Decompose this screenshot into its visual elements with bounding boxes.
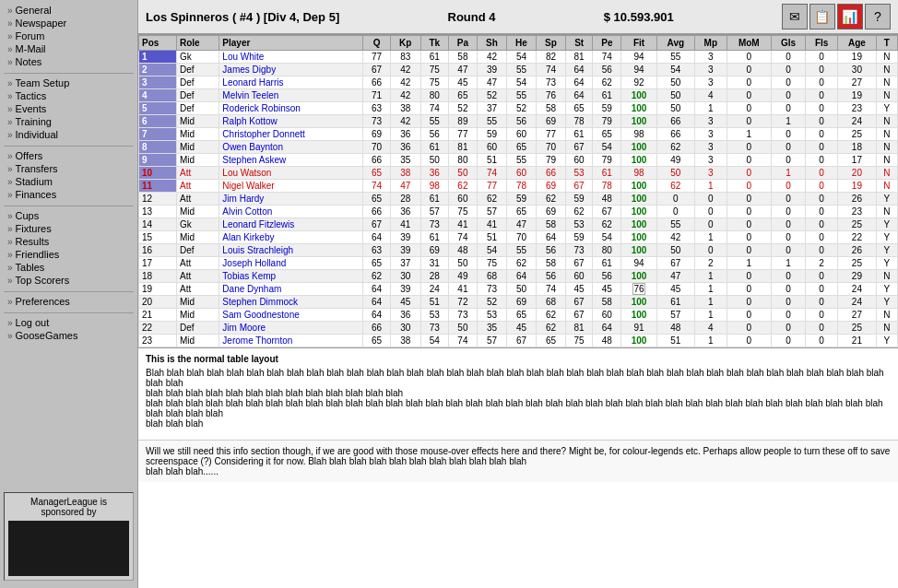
cell-player[interactable]: Stephen Askew [219, 154, 363, 167]
cell-player[interactable]: Tobias Kemp [219, 270, 363, 283]
cell-pos: 12 [139, 193, 177, 206]
sidebar-item-team-setup[interactable]: »Team Setup [0, 76, 137, 89]
cell-t: N [876, 206, 897, 218]
arrow-icon: » [7, 164, 13, 174]
sidebar-item-notes[interactable]: »Notes [0, 55, 137, 68]
cell-player[interactable]: Stephen Dimmock [219, 296, 363, 309]
cell-player[interactable]: Jerome Thornton [219, 335, 363, 347]
cell-gls: 0 [771, 76, 805, 89]
cell-pe: 61 [593, 257, 621, 270]
help-icon-button[interactable]: ? [865, 4, 891, 29]
sidebar-section-5: »Preferences [0, 295, 137, 308]
table-row: 3 Def Leonard Harris 66 42 75 45 47 54 7… [139, 76, 898, 89]
cell-player[interactable]: Leonard Fitzlewis [219, 218, 363, 231]
cell-player[interactable]: Dane Dynham [219, 283, 363, 296]
sidebar-item-cups[interactable]: »Cups [0, 209, 137, 222]
cell-he: 69 [506, 296, 536, 309]
cell-avg: 50 [656, 244, 694, 257]
sidebar-item-individual[interactable]: »Individual [0, 128, 137, 141]
cell-pa: 48 [448, 244, 477, 257]
clipboard-icon-button[interactable]: 📋 [809, 4, 835, 29]
cell-fls: 0 [806, 141, 838, 154]
sidebar-item-general[interactable]: »General [0, 4, 137, 17]
cell-player[interactable]: Roderick Robinson [219, 102, 363, 115]
main-content: Los Spinneros ( #4 ) [Div 4, Dep 5] Roun… [138, 0, 898, 588]
cell-mp: 1 [695, 335, 727, 347]
cell-player[interactable]: Ralph Kottow [219, 115, 363, 128]
cell-mp: 4 [695, 89, 727, 102]
cell-mom: 0 [727, 141, 771, 154]
cell-fls: 0 [806, 115, 838, 128]
notes-text1: This is the normal table layout [146, 354, 891, 364]
cell-age: 18 [837, 141, 876, 154]
cell-role: Att [176, 193, 219, 206]
sidebar-item-results[interactable]: »Results [0, 235, 137, 248]
cell-pe: 61 [593, 167, 621, 180]
col-gls: Gls [771, 36, 805, 51]
col-sh: Sh [477, 36, 506, 51]
sidebar-item-finances[interactable]: »Finances [0, 188, 137, 201]
sidebar-item-forum[interactable]: »Forum [0, 29, 137, 42]
cell-player[interactable]: Jim Moore [219, 322, 363, 335]
sidebar-item-tactics[interactable]: »Tactics [0, 89, 137, 102]
arrow-icon: » [7, 57, 13, 67]
cell-player[interactable]: Nigel Walker [219, 180, 363, 193]
sidebar-item-training[interactable]: »Training [0, 115, 137, 128]
chart-icon-button[interactable]: 📊 [837, 4, 863, 29]
cell-player[interactable]: Alan Kirkeby [219, 231, 363, 244]
cell-player[interactable]: Lou White [219, 51, 363, 64]
cell-pa: 60 [448, 193, 477, 206]
cell-fit: 100 [621, 206, 656, 218]
cell-player[interactable]: Lou Watson [219, 167, 363, 180]
cell-tk: 61 [420, 141, 448, 154]
cell-sp: 79 [536, 154, 565, 167]
cell-player[interactable]: Alvin Cotton [219, 206, 363, 218]
cell-kp: 39 [390, 244, 420, 257]
cell-kp: 38 [390, 102, 420, 115]
cell-pos: 16 [139, 244, 177, 257]
cell-gls: 1 [771, 167, 805, 180]
cell-kp: 28 [390, 193, 420, 206]
cell-player[interactable]: Christopher Donnett [219, 128, 363, 141]
cell-avg: 42 [656, 231, 694, 244]
sidebar-item-fixtures[interactable]: »Fixtures [0, 222, 137, 235]
sidebar-item-offers[interactable]: »Offers [0, 149, 137, 162]
cell-q: 63 [363, 244, 390, 257]
cell-tk: 50 [420, 154, 448, 167]
cell-player[interactable]: Sam Goodnestone [219, 309, 363, 322]
sidebar-item-goosegames[interactable]: »GooseGames [0, 329, 137, 342]
sidebar-item-friendlies[interactable]: »Friendlies [0, 248, 137, 261]
sidebar-item-stadium[interactable]: »Stadium [0, 175, 137, 188]
sidebar-divider [4, 312, 134, 313]
sidebar-item-logout[interactable]: »Log out [0, 316, 137, 329]
cell-pe: 67 [593, 206, 621, 218]
cell-q: 69 [363, 128, 390, 141]
sidebar-item-preferences[interactable]: »Preferences [0, 295, 137, 308]
cell-player[interactable]: James Digby [219, 64, 363, 76]
cell-pos: 18 [139, 270, 177, 283]
sidebar-section-6: »Log out »GooseGames [0, 316, 137, 342]
cell-pa: 50 [448, 322, 477, 335]
cell-role: Def [176, 244, 219, 257]
sidebar-item-mmail[interactable]: »M-Mail [0, 42, 137, 55]
cell-player[interactable]: Melvin Teelen [219, 89, 363, 102]
cell-player[interactable]: Jim Hardy [219, 193, 363, 206]
mail-icon-button[interactable]: ✉ [782, 4, 808, 29]
sidebar-item-newspaper[interactable]: »Newspaper [0, 17, 137, 29]
cell-player[interactable]: Owen Baynton [219, 141, 363, 154]
cell-avg: 51 [656, 335, 694, 347]
cell-sh: 52 [477, 89, 506, 102]
sidebar-item-transfers[interactable]: »Transfers [0, 162, 137, 175]
sidebar-item-tables[interactable]: »Tables [0, 261, 137, 274]
cell-avg: 54 [656, 64, 694, 76]
cell-player[interactable]: Leonard Harris [219, 76, 363, 89]
cell-player[interactable]: Louis Strachleigh [219, 244, 363, 257]
cell-player[interactable]: Joseph Holland [219, 257, 363, 270]
cell-tk: 57 [420, 206, 448, 218]
sidebar-item-top-scorers[interactable]: »Top Scorers [0, 274, 137, 287]
sidebar-item-events[interactable]: »Events [0, 102, 137, 115]
cell-fls: 0 [806, 270, 838, 283]
table-row: 15 Mid Alan Kirkeby 64 39 61 74 51 70 64… [139, 231, 898, 244]
cell-he: 60 [506, 128, 536, 141]
cell-sh: 47 [477, 76, 506, 89]
